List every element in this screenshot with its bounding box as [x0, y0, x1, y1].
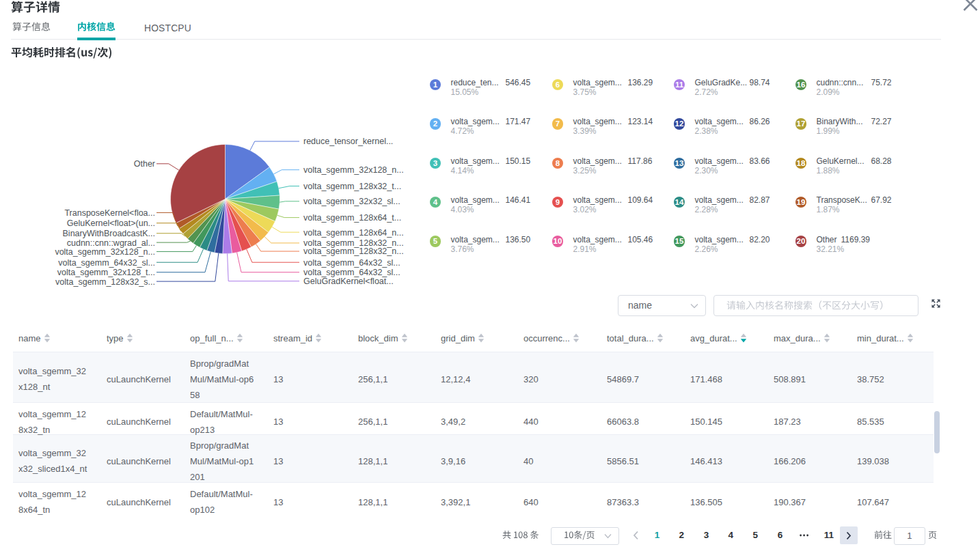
svg-text:volta_sgemm_128x64_t...: volta_sgemm_128x64_t... — [303, 213, 401, 223]
svg-text:volta_sgemm_128x64_n...: volta_sgemm_128x64_n... — [303, 228, 404, 238]
svg-text:volta_sgemm_32x128_n...: volta_sgemm_32x128_n... — [303, 165, 404, 175]
svg-text:volta_sgemm_32x128_t...: volta_sgemm_32x128_t... — [57, 268, 155, 277]
svg-text:cudnn::cnn::wgrad_al...: cudnn::cnn::wgrad_al... — [67, 238, 155, 248]
svg-text:volta_sgemm_64x32_sl...: volta_sgemm_64x32_sl... — [58, 258, 155, 268]
svg-text:volta_sgemm_32x128_n...: volta_sgemm_32x128_n... — [55, 247, 155, 257]
svg-text:volta_sgemm_64x32_sl...: volta_sgemm_64x32_sl... — [303, 258, 400, 268]
svg-text:Other: Other — [134, 159, 155, 169]
svg-text:volta_sgemm_64x32_sl...: volta_sgemm_64x32_sl... — [303, 268, 400, 277]
svg-text:reduce_tensor_kernel...: reduce_tensor_kernel... — [303, 137, 393, 146]
svg-text:TransposeKernel<floa...: TransposeKernel<floa... — [64, 208, 155, 218]
svg-text:volta_sgemm_128x32_s...: volta_sgemm_128x32_s... — [55, 277, 155, 287]
svg-text:BinaryWithBroadcastK...: BinaryWithBroadcastK... — [63, 229, 155, 238]
svg-text:GeluGradKernel<float...: GeluGradKernel<float... — [303, 277, 394, 286]
svg-text:volta_sgemm_128x32_n...: volta_sgemm_128x32_n... — [303, 247, 404, 256]
svg-text:volta_sgemm_128x32_t...: volta_sgemm_128x32_t... — [303, 182, 401, 191]
svg-text:GeluKernel<float>(un...: GeluKernel<float>(un... — [67, 219, 155, 228]
svg-text:volta_sgemm_32x32_sl...: volta_sgemm_32x32_sl... — [303, 197, 400, 206]
